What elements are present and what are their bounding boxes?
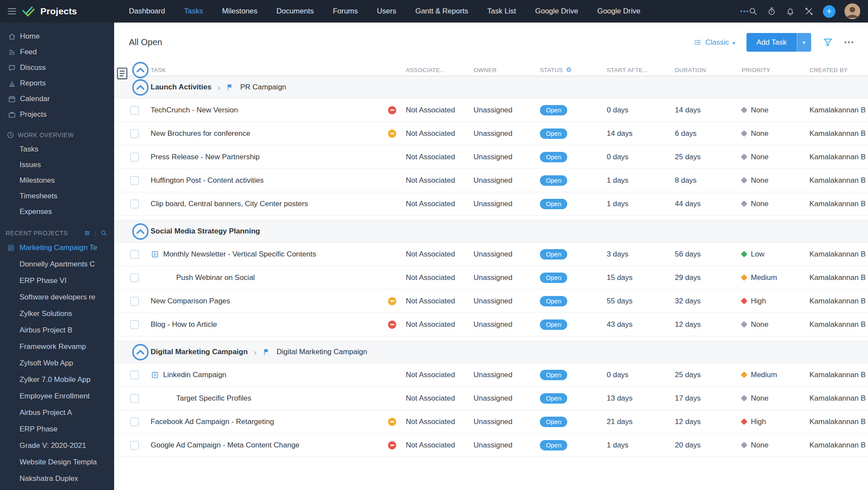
sidebar-item-projects[interactable]: Projects — [0, 107, 114, 122]
task-row[interactable]: New Brochures for conferenceNot Associat… — [114, 122, 868, 145]
nav-item-dashboard[interactable]: Dashboard — [129, 7, 165, 16]
subtask-expander-icon[interactable] — [151, 250, 159, 259]
priority-cell[interactable]: Low — [742, 250, 809, 259]
task-name[interactable]: Blog - How to Article — [151, 320, 217, 329]
column-created-by[interactable]: CREATED BY — [809, 67, 868, 73]
task-name[interactable]: Target Specific Profiles — [151, 394, 251, 403]
task-checkbox[interactable] — [130, 176, 139, 185]
column-associated[interactable]: ASSOCIATE... — [406, 67, 473, 73]
status-badge[interactable]: Open — [540, 199, 567, 209]
work-overview-header[interactable]: WORK OVERVIEW — [0, 128, 114, 141]
task-name[interactable]: Linkedin Campaign — [163, 371, 227, 379]
task-name[interactable]: Monthly Newsletter - Vertical Specific C… — [163, 250, 316, 259]
user-avatar[interactable] — [845, 3, 860, 19]
priority-cell[interactable]: High — [742, 418, 809, 426]
task-row[interactable]: Monthly Newsletter - Vertical Specific C… — [114, 243, 868, 266]
quick-add-button[interactable]: + — [823, 5, 835, 18]
work-overview-item-timesheets[interactable]: Timesheets — [0, 188, 114, 204]
task-name[interactable]: Facebook Ad Campaign - Retargeting — [151, 418, 274, 426]
status-badge[interactable]: Open — [540, 319, 567, 330]
task-row[interactable]: Press Release - New PartnershipNot Assoc… — [114, 145, 868, 169]
task-row[interactable]: Push Webinar on SocialNot AssociatedUnas… — [114, 266, 868, 289]
recent-project-framework-revamp[interactable]: Framework Revamp — [0, 339, 114, 355]
nav-item-tasks[interactable]: Tasks — [184, 7, 203, 16]
milestone-name[interactable]: Digital Marketing Campaign — [276, 348, 367, 356]
priority-cell[interactable]: None — [742, 320, 809, 329]
task-row[interactable]: Clip board, Central banners, City Center… — [114, 192, 868, 216]
group-collapse-icon[interactable] — [130, 221, 151, 242]
recent-project-software-developers-re[interactable]: Software developers re — [0, 289, 114, 306]
task-checkbox[interactable] — [130, 418, 139, 426]
priority-cell[interactable]: None — [742, 153, 809, 161]
task-row[interactable]: New Comparison PagesNot AssociatedUnassi… — [114, 289, 868, 313]
status-badge[interactable]: Open — [540, 152, 567, 162]
recent-project-zylker-solutions[interactable]: Zylker Solutions — [0, 306, 114, 322]
recent-project-employee-enrollment[interactable]: Employee Enrollment — [0, 388, 114, 404]
milestone-name[interactable]: PR Campaign — [240, 83, 286, 92]
group-title[interactable]: Launch Activities — [151, 83, 211, 92]
task-row[interactable]: Huffington Post - Content activitiesNot … — [114, 169, 868, 192]
priority-cell[interactable]: Medium — [742, 273, 809, 282]
project-filter-icon[interactable] — [84, 230, 91, 237]
work-overview-item-milestones[interactable]: Milestones — [0, 173, 114, 188]
priority-cell[interactable]: None — [742, 441, 809, 450]
recent-project-zylker-7-0-mobile-app[interactable]: Zylker 7.0 Mobile App — [0, 372, 114, 388]
task-name[interactable]: New Comparison Pages — [151, 297, 230, 306]
bulk-select-icon[interactable] — [114, 65, 130, 81]
priority-cell[interactable]: None — [742, 106, 809, 115]
work-overview-item-tasks[interactable]: Tasks — [0, 141, 114, 157]
task-checkbox[interactable] — [130, 320, 139, 329]
recent-project-marketing-campaign-te[interactable]: Marketing Campaign Te — [0, 240, 114, 256]
column-duration[interactable]: DURATION — [675, 67, 742, 73]
status-badge[interactable]: Open — [540, 296, 567, 306]
task-name[interactable]: TechCrunch - New Version — [151, 106, 238, 115]
menu-icon[interactable] — [8, 7, 16, 16]
more-options-button[interactable] — [845, 39, 854, 46]
status-badge[interactable]: Open — [540, 273, 567, 283]
nav-item-google-drive[interactable]: Google Drive — [535, 7, 578, 16]
task-row[interactable]: Target Specific ProfilesNot AssociatedUn… — [114, 387, 868, 410]
task-name[interactable]: Push Webinar on Social — [151, 273, 255, 282]
sidebar-item-discuss[interactable]: Discuss — [0, 60, 114, 76]
recent-project-donnelly-apartments-c[interactable]: Donnelly Apartments C — [0, 256, 114, 273]
work-overview-item-issues[interactable]: Issues — [0, 157, 114, 173]
task-name[interactable]: Huffington Post - Content activities — [151, 176, 264, 185]
subtask-expander-icon[interactable] — [151, 371, 159, 379]
status-badge[interactable]: Open — [540, 393, 567, 404]
column-priority[interactable]: PRIORITY — [742, 67, 809, 73]
task-checkbox[interactable] — [130, 273, 139, 282]
column-status[interactable]: STATUS — [540, 66, 607, 74]
recent-project-airbus-project-b[interactable]: Airbus Project B — [0, 322, 114, 339]
search-icon[interactable] — [748, 7, 758, 16]
nav-item-forums[interactable]: Forums — [333, 7, 358, 16]
recent-project-airbus-project-a[interactable]: Airbus Project A — [0, 404, 114, 421]
sidebar-item-calendar[interactable]: Calendar — [0, 91, 114, 107]
filter-icon[interactable] — [822, 37, 833, 48]
add-task-button[interactable]: Add Task — [746, 33, 797, 52]
priority-cell[interactable]: High — [742, 297, 809, 306]
timer-icon[interactable] — [767, 7, 776, 16]
task-row[interactable]: Facebook Ad Campaign - RetargetingNot As… — [114, 410, 868, 434]
task-row[interactable]: Google Ad Campaign - Meta Content Change… — [114, 434, 868, 457]
project-search-icon[interactable] — [100, 230, 107, 237]
task-checkbox[interactable] — [130, 153, 139, 161]
task-name[interactable]: New Brochures for conference — [151, 129, 250, 138]
nav-item-google-drive-2[interactable]: Google Drive — [597, 7, 640, 16]
task-checkbox[interactable] — [130, 371, 139, 379]
status-badge[interactable]: Open — [540, 175, 567, 186]
status-badge[interactable]: Open — [540, 105, 567, 115]
group-collapse-icon[interactable] — [130, 342, 151, 362]
task-checkbox[interactable] — [130, 250, 139, 259]
priority-cell[interactable]: Medium — [742, 371, 809, 379]
notifications-bell-icon[interactable] — [786, 7, 795, 16]
task-checkbox[interactable] — [130, 129, 139, 138]
task-checkbox[interactable] — [130, 297, 139, 306]
recent-project-zylsoft-web-app[interactable]: Zylsoft Web App — [0, 355, 114, 372]
task-name[interactable]: Press Release - New Partnership — [151, 153, 260, 161]
priority-cell[interactable]: None — [742, 394, 809, 403]
setup-tools-icon[interactable] — [804, 7, 814, 16]
task-checkbox[interactable] — [130, 441, 139, 450]
add-task-dropdown-button[interactable] — [797, 33, 811, 52]
status-badge[interactable]: Open — [540, 370, 567, 380]
task-row[interactable]: Blog - How to ArticleNot AssociatedUnass… — [114, 313, 868, 336]
